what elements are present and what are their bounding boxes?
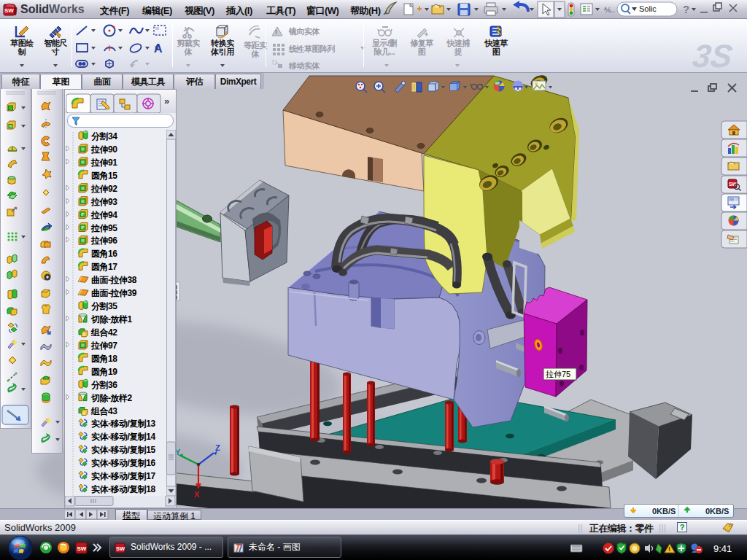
svg-text:*: * — [155, 42, 159, 55]
svg-text:9:41: 9:41 — [713, 543, 732, 554]
svg-text:?: ? — [683, 3, 689, 15]
svg-text:0KB/S: 0KB/S — [705, 507, 729, 516]
svg-text:SW: SW — [116, 545, 125, 552]
svg-text:⅍..: ⅍.. — [604, 6, 615, 14]
svg-text:SW: SW — [4, 7, 14, 14]
svg-text:!: ! — [668, 545, 670, 553]
svg-text:X: X — [194, 490, 200, 499]
svg-text:Z: Z — [215, 443, 220, 452]
svg-text:0KB/S: 0KB/S — [652, 507, 676, 516]
svg-text:SW: SW — [77, 545, 87, 552]
svg-text:Solic: Solic — [639, 4, 657, 13]
svg-text:!: ! — [275, 28, 277, 36]
